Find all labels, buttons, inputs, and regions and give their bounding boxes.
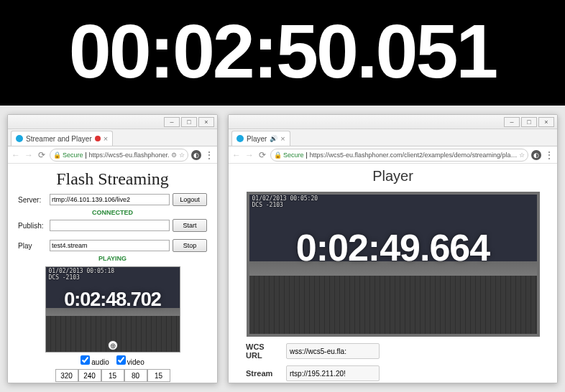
quality-input[interactable]	[124, 369, 147, 382]
video-preview-small: 01/02/2013 00:05:18 DCS -2103 0:02:48.70…	[45, 266, 180, 353]
window-maximize-button[interactable]: □	[181, 117, 197, 127]
nav-back-icon[interactable]: ←	[231, 150, 242, 160]
stop-button[interactable]: Stop	[173, 239, 207, 252]
server-input[interactable]	[50, 194, 170, 205]
logout-button[interactable]: Logout	[173, 193, 207, 206]
tab-bar: Streamer and Player ×	[8, 129, 217, 146]
publish-label: Publish:	[18, 222, 47, 230]
window-minimize-button[interactable]: –	[504, 117, 520, 127]
video-checkbox[interactable]	[116, 355, 126, 365]
video-text: video	[127, 358, 144, 366]
lock-icon: 🔒	[274, 151, 282, 159]
height-input[interactable]	[78, 369, 101, 382]
play-label: Play	[18, 242, 47, 250]
secure-label: Secure	[63, 151, 83, 159]
video-osd-model: DCS -2103	[49, 275, 115, 281]
nav-reload-icon[interactable]: ⟳	[257, 150, 267, 160]
nav-back-icon[interactable]: ←	[11, 150, 21, 160]
page-content-right: Player 01/02/2013 00:05:20 DCS -2103 0:0…	[229, 164, 557, 383]
play-input[interactable]	[50, 240, 170, 251]
stream-input[interactable]	[286, 365, 380, 381]
tab-close-icon[interactable]: ×	[280, 134, 285, 143]
window-maximize-button[interactable]: □	[521, 117, 537, 127]
playing-status: PLAYING	[18, 255, 207, 262]
video-checkbox-label[interactable]: video	[116, 355, 144, 366]
extension-icon[interactable]: ◐	[191, 150, 201, 160]
page-content-left: Flash Streaming Server: Logout CONNECTED…	[8, 164, 217, 383]
page-title: Player	[229, 164, 557, 189]
tab-title: Player	[247, 135, 267, 143]
tab-favicon-icon	[236, 135, 244, 142]
nav-forward-icon[interactable]: →	[244, 150, 254, 160]
url-bar[interactable]: 🔒 Secure | https://wcs5-eu.flashphoner. …	[50, 149, 188, 162]
url-bar[interactable]: 🔒 Secure | https://wcs5-eu.flashphoner.c…	[270, 149, 528, 162]
wcs-url-label: WCS URL	[246, 342, 279, 360]
start-button[interactable]: Start	[173, 219, 207, 232]
fullscreen-icon[interactable]: ⊕	[108, 340, 118, 350]
fps-input[interactable]	[101, 369, 124, 382]
site-settings-icon[interactable]: ⚙	[171, 151, 177, 159]
video-player-big[interactable]: 01/02/2013 00:05:20 DCS -2103 0:02:49.66…	[247, 192, 540, 337]
bookmark-icon[interactable]: ☆	[519, 151, 525, 159]
width-input[interactable]	[55, 369, 78, 382]
recording-indicator-icon	[95, 136, 101, 141]
nav-forward-icon[interactable]: →	[24, 150, 34, 160]
lock-icon: 🔒	[53, 151, 61, 159]
audio-checkbox[interactable]	[81, 355, 90, 365]
nav-bar: ← → ⟳ 🔒 Secure | https://wcs5-eu.flashph…	[229, 146, 557, 164]
desktop-area: – □ × Streamer and Player × ← → ⟳ 🔒 Secu…	[0, 106, 565, 392]
url-text: https://wcs5-eu.flashphoner.com/client2/…	[309, 151, 519, 159]
server-label: Server:	[18, 196, 47, 204]
page-title: Flash Streaming	[8, 164, 217, 193]
video-osd-meta: 01/02/2013 00:05:18 DCS -2103	[49, 269, 115, 281]
url-text: https://wcs5-eu.flashphoner.	[88, 151, 169, 159]
wcs-url-input[interactable]	[286, 343, 380, 359]
extension-icon[interactable]: ◐	[531, 150, 541, 160]
browser-window-right: – □ × Player 🔊 × ← → ⟳ 🔒 Secure | https:…	[228, 114, 558, 383]
window-titlebar: – □ ×	[229, 115, 557, 129]
stream-label: Stream	[246, 369, 279, 378]
tab-close-icon[interactable]: ×	[104, 134, 108, 143]
window-titlebar: – □ ×	[8, 115, 217, 129]
browser-tab[interactable]: Player 🔊 ×	[231, 131, 290, 146]
bookmark-icon[interactable]: ☆	[179, 151, 185, 159]
video-osd-timer: 0:02:48.702	[64, 288, 161, 310]
window-minimize-button[interactable]: –	[164, 117, 180, 127]
video-osd-model: DCS -2103	[252, 202, 318, 209]
browser-menu-icon[interactable]: ⋮	[204, 149, 214, 161]
tab-title: Streamer and Player	[26, 135, 92, 143]
keyframe-input[interactable]	[147, 369, 170, 382]
browser-window-left: – □ × Streamer and Player × ← → ⟳ 🔒 Secu…	[7, 114, 218, 383]
tab-favicon-icon	[16, 135, 23, 142]
audio-checkbox-label[interactable]: audio	[81, 355, 109, 366]
video-osd-meta: 01/02/2013 00:05:20 DCS -2103	[252, 196, 318, 209]
audio-indicator-icon: 🔊	[270, 135, 277, 142]
nav-reload-icon[interactable]: ⟳	[37, 150, 47, 160]
window-close-button[interactable]: ×	[198, 117, 214, 127]
audio-text: audio	[91, 358, 109, 366]
browser-menu-icon[interactable]: ⋮	[544, 149, 554, 161]
video-osd-timer: 0:02:49.664	[296, 226, 490, 269]
publish-input[interactable]	[50, 220, 170, 231]
connected-status: CONNECTED	[18, 209, 207, 216]
tab-bar: Player 🔊 ×	[229, 129, 557, 146]
secure-label: Secure	[283, 151, 304, 159]
browser-tab[interactable]: Streamer and Player ×	[11, 131, 113, 146]
master-timer-banner: 00:02:50.051	[0, 0, 565, 106]
window-close-button[interactable]: ×	[538, 117, 554, 127]
nav-bar: ← → ⟳ 🔒 Secure | https://wcs5-eu.flashph…	[8, 146, 217, 164]
